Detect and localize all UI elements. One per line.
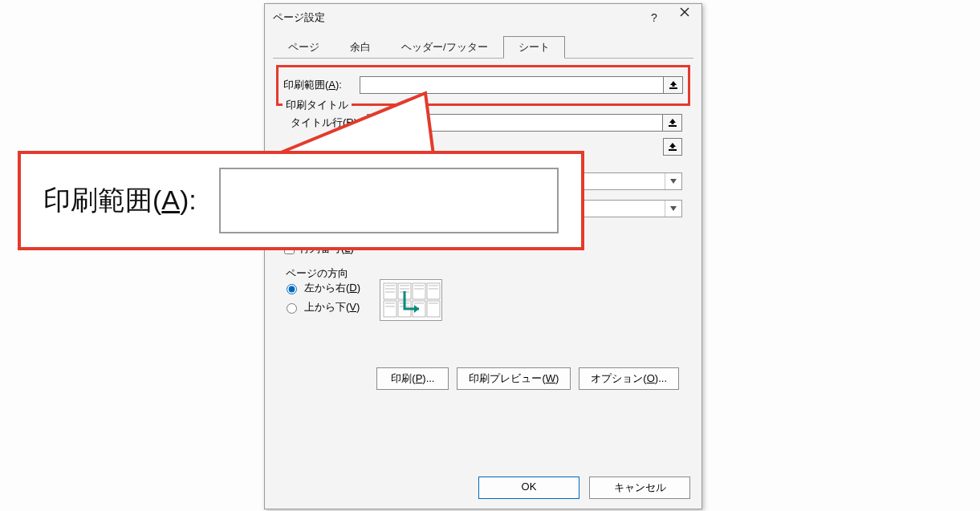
direction-ttb-radio[interactable] bbox=[287, 303, 297, 314]
print-preview-button[interactable]: 印刷プレビュー(W) bbox=[457, 367, 571, 390]
help-button[interactable]: ? bbox=[639, 7, 669, 28]
title-rows-label: タイトル行(R): bbox=[278, 116, 367, 130]
svg-rect-2 bbox=[669, 87, 677, 89]
svg-rect-19 bbox=[414, 285, 424, 286]
close-icon bbox=[680, 7, 689, 17]
tab-sheet[interactable]: シート bbox=[503, 36, 565, 59]
svg-rect-23 bbox=[385, 302, 395, 304]
tab-margins[interactable]: 余白 bbox=[335, 36, 386, 58]
svg-rect-4 bbox=[669, 149, 677, 151]
svg-rect-27 bbox=[414, 302, 424, 304]
svg-rect-22 bbox=[429, 288, 438, 290]
page-order-icon bbox=[380, 280, 441, 320]
print-buttons-row: 印刷(P)... 印刷プレビュー(W) オプション(O)... bbox=[276, 367, 690, 390]
print-area-input[interactable] bbox=[360, 76, 664, 94]
collapse-dialog-icon bbox=[668, 142, 677, 152]
close-button[interactable] bbox=[669, 7, 700, 28]
tab-strip: ページ 余白 ヘッダー/フッター シート bbox=[273, 36, 693, 59]
zoom-callout-label: 印刷範囲(A): bbox=[43, 182, 197, 219]
print-button[interactable]: 印刷(P)... bbox=[376, 367, 449, 390]
print-area-row: 印刷範囲(A): bbox=[283, 75, 683, 95]
direction-ttb-label: 上から下(V) bbox=[304, 300, 360, 314]
page-direction-group: ページの方向 左から右(D) 上から下(V) bbox=[276, 271, 690, 327]
title-rows-row: タイトル行(R): bbox=[278, 112, 682, 133]
svg-rect-13 bbox=[385, 285, 395, 286]
page-direction-legend: ページの方向 bbox=[283, 266, 352, 281]
options-button[interactable]: オプション(O)... bbox=[579, 367, 679, 390]
chevron-down-icon bbox=[670, 179, 677, 184]
titlebar: ページ設定 ? bbox=[265, 4, 701, 31]
page-order-preview bbox=[380, 279, 442, 321]
chevron-down-icon bbox=[670, 206, 677, 211]
tab-page[interactable]: ページ bbox=[273, 36, 335, 58]
title-rows-picker-button[interactable] bbox=[663, 114, 682, 132]
comments-combo-button[interactable] bbox=[665, 173, 681, 189]
print-area-picker-button[interactable] bbox=[664, 76, 683, 94]
svg-rect-14 bbox=[385, 288, 395, 290]
svg-rect-16 bbox=[400, 285, 409, 286]
svg-rect-17 bbox=[400, 288, 409, 290]
page-setup-dialog: ページ設定 ? ページ 余白 ヘッダー/フッター シート 印刷範囲(A): bbox=[264, 3, 702, 509]
svg-rect-21 bbox=[429, 285, 438, 286]
tab-header-footer[interactable]: ヘッダー/フッター bbox=[386, 36, 503, 58]
cancel-button[interactable]: キャンセル bbox=[589, 477, 690, 499]
print-area-label: 印刷範囲(A): bbox=[283, 78, 360, 92]
collapse-dialog-icon bbox=[669, 80, 678, 90]
title-cols-picker-button[interactable] bbox=[663, 138, 682, 156]
zoom-callout-input[interactable] bbox=[219, 168, 559, 233]
ok-button[interactable]: OK bbox=[478, 477, 579, 499]
direction-ltr-radio[interactable] bbox=[287, 284, 297, 294]
print-titles-legend: 印刷タイトル bbox=[283, 98, 352, 112]
cell-errors-combo-button[interactable] bbox=[665, 201, 681, 217]
direction-ltr-label: 左から右(D) bbox=[304, 281, 360, 295]
svg-rect-28 bbox=[429, 302, 438, 304]
svg-rect-3 bbox=[669, 125, 677, 127]
svg-rect-20 bbox=[414, 288, 424, 290]
dialog-footer: OK キャンセル bbox=[478, 477, 690, 499]
svg-rect-24 bbox=[385, 306, 395, 307]
title-rows-input[interactable] bbox=[367, 114, 663, 132]
zoom-callout: 印刷範囲(A): bbox=[18, 151, 584, 250]
window-title: ページ設定 bbox=[273, 11, 325, 23]
collapse-dialog-icon bbox=[668, 118, 677, 128]
svg-rect-15 bbox=[385, 291, 395, 293]
